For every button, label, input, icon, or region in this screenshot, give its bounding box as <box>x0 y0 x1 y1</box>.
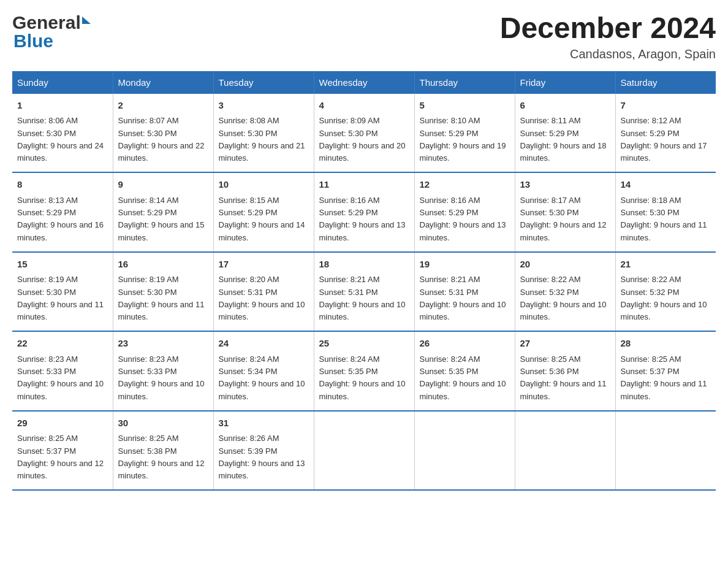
day-daylight: Daylight: 9 hours and 12 minutes. <box>520 220 607 242</box>
calendar-day-cell: 3 Sunrise: 8:08 AM Sunset: 5:30 PM Dayli… <box>213 94 314 173</box>
calendar-day-cell: 11 Sunrise: 8:16 AM Sunset: 5:29 PM Dayl… <box>314 172 414 252</box>
day-daylight: Daylight: 9 hours and 10 minutes. <box>219 379 305 400</box>
day-number: 9 <box>118 178 208 192</box>
day-sunrise: Sunrise: 8:11 AM <box>520 116 581 125</box>
calendar-day-cell: 12 Sunrise: 8:16 AM Sunset: 5:29 PM Dayl… <box>414 172 515 252</box>
day-daylight: Daylight: 9 hours and 13 minutes. <box>420 220 506 242</box>
day-sunset: Sunset: 5:37 PM <box>17 446 76 456</box>
day-sunrise: Sunrise: 8:25 AM <box>118 434 179 443</box>
calendar-header-cell: Saturday <box>615 71 716 94</box>
calendar-day-cell: 9 Sunrise: 8:14 AM Sunset: 5:29 PM Dayli… <box>113 172 213 252</box>
calendar-day-cell: 26 Sunrise: 8:24 AM Sunset: 5:35 PM Dayl… <box>414 331 515 411</box>
day-number: 10 <box>219 178 309 192</box>
day-sunrise: Sunrise: 8:09 AM <box>319 116 380 125</box>
day-sunrise: Sunrise: 8:19 AM <box>118 275 179 284</box>
day-sunset: Sunset: 5:29 PM <box>319 208 378 217</box>
day-sunset: Sunset: 5:30 PM <box>319 129 378 138</box>
day-number: 2 <box>118 99 208 113</box>
day-sunset: Sunset: 5:33 PM <box>118 367 177 376</box>
day-sunrise: Sunrise: 8:13 AM <box>17 196 78 205</box>
day-daylight: Daylight: 9 hours and 11 minutes. <box>118 300 205 321</box>
day-sunrise: Sunrise: 8:24 AM <box>219 354 279 364</box>
calendar-day-cell <box>515 411 615 491</box>
day-number: 20 <box>520 258 610 272</box>
day-daylight: Daylight: 9 hours and 11 minutes. <box>520 379 607 400</box>
day-sunset: Sunset: 5:38 PM <box>118 446 177 456</box>
day-sunrise: Sunrise: 8:07 AM <box>118 116 179 125</box>
day-sunrise: Sunrise: 8:22 AM <box>621 275 681 284</box>
calendar-header-row: SundayMondayTuesdayWednesdayThursdayFrid… <box>12 71 716 94</box>
day-number: 27 <box>520 337 610 351</box>
calendar-day-cell <box>414 411 515 491</box>
day-daylight: Daylight: 9 hours and 10 minutes. <box>520 300 607 321</box>
day-daylight: Daylight: 9 hours and 17 minutes. <box>621 141 707 163</box>
day-sunset: Sunset: 5:30 PM <box>621 208 680 217</box>
day-number: 6 <box>520 99 610 113</box>
day-number: 17 <box>219 258 309 272</box>
day-sunrise: Sunrise: 8:25 AM <box>17 434 78 443</box>
day-daylight: Daylight: 9 hours and 11 minutes. <box>17 300 104 321</box>
day-daylight: Daylight: 9 hours and 11 minutes. <box>621 379 707 400</box>
day-number: 19 <box>420 258 510 272</box>
day-daylight: Daylight: 9 hours and 19 minutes. <box>420 141 506 163</box>
day-sunset: Sunset: 5:31 PM <box>420 288 479 297</box>
day-number: 29 <box>17 416 108 431</box>
calendar-day-cell: 5 Sunrise: 8:10 AM Sunset: 5:29 PM Dayli… <box>414 94 515 173</box>
calendar-week-row: 15 Sunrise: 8:19 AM Sunset: 5:30 PM Dayl… <box>12 252 716 332</box>
day-sunrise: Sunrise: 8:24 AM <box>420 354 480 364</box>
day-number: 16 <box>118 258 208 272</box>
day-daylight: Daylight: 9 hours and 20 minutes. <box>319 141 406 163</box>
day-number: 24 <box>219 337 309 351</box>
day-sunset: Sunset: 5:36 PM <box>520 367 579 376</box>
day-sunset: Sunset: 5:29 PM <box>118 208 177 217</box>
title-section: December 2024 Candasnos, Aragon, Spain <box>500 12 716 61</box>
day-daylight: Daylight: 9 hours and 10 minutes. <box>118 379 205 400</box>
calendar-day-cell: 22 Sunrise: 8:23 AM Sunset: 5:33 PM Dayl… <box>12 331 113 411</box>
calendar-day-cell: 17 Sunrise: 8:20 AM Sunset: 5:31 PM Dayl… <box>213 252 314 332</box>
day-sunrise: Sunrise: 8:16 AM <box>420 196 480 205</box>
day-daylight: Daylight: 9 hours and 14 minutes. <box>219 220 305 242</box>
day-daylight: Daylight: 9 hours and 16 minutes. <box>17 220 104 242</box>
day-sunset: Sunset: 5:30 PM <box>118 288 177 297</box>
calendar-day-cell <box>615 411 716 491</box>
day-sunset: Sunset: 5:33 PM <box>17 367 76 376</box>
day-sunset: Sunset: 5:29 PM <box>520 129 579 138</box>
day-sunset: Sunset: 5:29 PM <box>219 208 278 217</box>
day-daylight: Daylight: 9 hours and 12 minutes. <box>17 459 104 480</box>
day-number: 21 <box>621 258 711 272</box>
calendar-day-cell: 2 Sunrise: 8:07 AM Sunset: 5:30 PM Dayli… <box>113 94 213 173</box>
day-daylight: Daylight: 9 hours and 13 minutes. <box>219 459 305 480</box>
day-number: 12 <box>420 178 510 192</box>
day-daylight: Daylight: 9 hours and 10 minutes. <box>621 300 707 321</box>
day-sunrise: Sunrise: 8:25 AM <box>621 354 681 364</box>
day-number: 11 <box>319 178 409 192</box>
day-sunset: Sunset: 5:37 PM <box>621 367 680 376</box>
day-sunrise: Sunrise: 8:20 AM <box>219 275 279 284</box>
calendar-week-row: 8 Sunrise: 8:13 AM Sunset: 5:29 PM Dayli… <box>12 172 716 252</box>
day-sunrise: Sunrise: 8:08 AM <box>219 116 279 125</box>
day-number: 18 <box>319 258 409 272</box>
day-sunrise: Sunrise: 8:25 AM <box>520 354 581 364</box>
calendar-header-cell: Friday <box>515 71 615 94</box>
day-sunset: Sunset: 5:32 PM <box>621 288 680 297</box>
day-number: 30 <box>118 416 208 431</box>
day-sunset: Sunset: 5:30 PM <box>219 129 278 138</box>
day-sunset: Sunset: 5:34 PM <box>219 367 278 376</box>
calendar-week-row: 1 Sunrise: 8:06 AM Sunset: 5:30 PM Dayli… <box>12 94 716 173</box>
day-number: 25 <box>319 337 409 351</box>
calendar-week-row: 22 Sunrise: 8:23 AM Sunset: 5:33 PM Dayl… <box>12 331 716 411</box>
calendar-day-cell: 13 Sunrise: 8:17 AM Sunset: 5:30 PM Dayl… <box>515 172 615 252</box>
calendar-day-cell: 1 Sunrise: 8:06 AM Sunset: 5:30 PM Dayli… <box>12 94 113 173</box>
calendar-day-cell: 8 Sunrise: 8:13 AM Sunset: 5:29 PM Dayli… <box>12 172 113 252</box>
calendar-day-cell: 23 Sunrise: 8:23 AM Sunset: 5:33 PM Dayl… <box>113 331 213 411</box>
day-sunset: Sunset: 5:35 PM <box>420 367 479 376</box>
calendar-day-cell: 21 Sunrise: 8:22 AM Sunset: 5:32 PM Dayl… <box>615 252 716 332</box>
day-number: 22 <box>17 337 108 351</box>
day-number: 8 <box>17 178 108 192</box>
day-daylight: Daylight: 9 hours and 10 minutes. <box>319 300 406 321</box>
day-sunrise: Sunrise: 8:18 AM <box>621 196 681 205</box>
day-sunset: Sunset: 5:39 PM <box>219 446 278 456</box>
day-number: 26 <box>420 337 510 351</box>
day-sunset: Sunset: 5:30 PM <box>17 129 76 138</box>
day-daylight: Daylight: 9 hours and 13 minutes. <box>319 220 406 242</box>
